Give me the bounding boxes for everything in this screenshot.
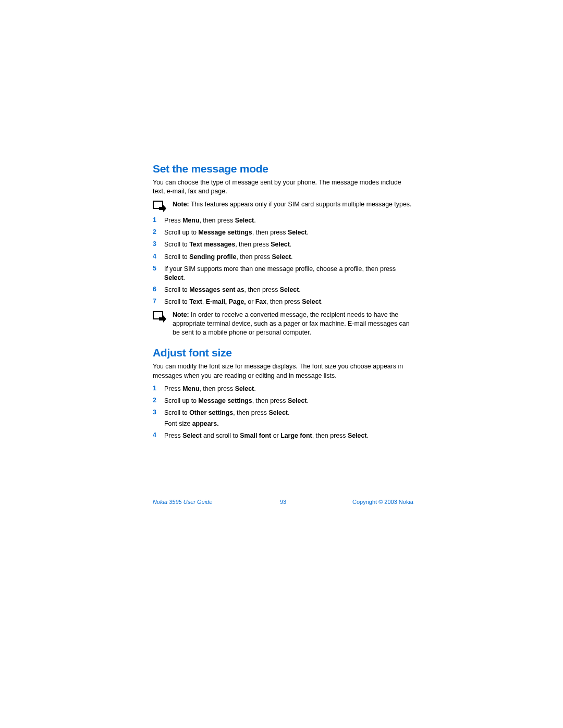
heading-set-message-mode: Set the message mode [153, 163, 413, 175]
step-text: If your SIM supports more than one messa… [164, 265, 413, 282]
page-content: Set the message mode You can choose the … [153, 163, 413, 445]
step-number: 5 [153, 265, 164, 272]
step-subtext: Font size appears. [164, 419, 413, 428]
step-item: 3Scroll to Text messages, then press Sel… [153, 240, 413, 249]
footer-guide-name: Nokia 3595 User Guide [153, 499, 212, 505]
step-number: 3 [153, 409, 164, 416]
step-item: 4Press Select and scroll to Small font o… [153, 431, 413, 440]
step-text: Press Select and scroll to Small font or… [164, 431, 413, 440]
step-number: 4 [153, 431, 164, 439]
note-icon [153, 311, 167, 323]
step-body: Scroll up to Message settings, then pres… [164, 228, 413, 237]
step-item: 2Scroll up to Message settings, then pre… [153, 397, 413, 405]
step-item: 1Press Menu, then press Select. [153, 216, 413, 225]
step-text: Scroll up to Message settings, then pres… [164, 228, 413, 237]
step-text: Scroll to Text, E-mail, Page, or Fax, th… [164, 298, 413, 306]
step-item: 7Scroll to Text, E-mail, Page, or Fax, t… [153, 298, 413, 306]
note-icon [153, 201, 167, 212]
step-body: Press Menu, then press Select. [164, 385, 413, 393]
intro-adjust-font-size: You can modify the font size for message… [153, 362, 413, 380]
step-text: Scroll up to Message settings, then pres… [164, 397, 413, 405]
step-number: 2 [153, 397, 164, 404]
step-text: Scroll to Other settings, then press Sel… [164, 409, 413, 417]
steps-set-message-mode: 1Press Menu, then press Select.2Scroll u… [153, 216, 413, 306]
step-number: 7 [153, 298, 164, 305]
step-number: 3 [153, 240, 164, 248]
step-body: Press Select and scroll to Small font or… [164, 431, 413, 440]
step-text: Press Menu, then press Select. [164, 385, 413, 393]
page-footer: Nokia 3595 User Guide 93 Copyright © 200… [153, 499, 413, 505]
step-number: 4 [153, 253, 164, 260]
step-body: Scroll to Messages sent as, then press S… [164, 286, 413, 294]
step-number: 1 [153, 216, 164, 224]
step-number: 1 [153, 385, 164, 392]
footer-page-number: 93 [280, 499, 286, 505]
step-text: Press Menu, then press Select. [164, 216, 413, 225]
intro-set-message-mode: You can choose the type of message sent … [153, 178, 413, 196]
heading-adjust-font-size: Adjust font size [153, 347, 413, 359]
step-number: 6 [153, 286, 164, 293]
step-text: Scroll to Messages sent as, then press S… [164, 286, 413, 294]
step-body: If your SIM supports more than one messa… [164, 265, 413, 282]
step-body: Scroll to Other settings, then press Sel… [164, 409, 413, 428]
step-item: 5If your SIM supports more than one mess… [153, 265, 413, 282]
step-text: Scroll to Sending profile, then press Se… [164, 253, 413, 262]
step-text: Scroll to Text messages, then press Sele… [164, 240, 413, 249]
step-body: Press Menu, then press Select. [164, 216, 413, 225]
step-item: 1Press Menu, then press Select. [153, 385, 413, 393]
step-body: Scroll to Sending profile, then press Se… [164, 253, 413, 262]
step-item: 6Scroll to Messages sent as, then press … [153, 286, 413, 294]
step-body: Scroll to Text, E-mail, Page, or Fax, th… [164, 298, 413, 306]
step-item: 3Scroll to Other settings, then press Se… [153, 409, 413, 428]
note-text: Note: This features appears only if your… [173, 200, 413, 209]
step-body: Scroll to Text messages, then press Sele… [164, 240, 413, 249]
footer-copyright: Copyright © 2003 Nokia [352, 499, 413, 505]
note-text: Note: In order to receive a converted me… [173, 311, 413, 337]
step-body: Scroll up to Message settings, then pres… [164, 397, 413, 405]
note-sim-support: Note: This features appears only if your… [153, 200, 413, 212]
step-item: 4Scroll to Sending profile, then press S… [153, 253, 413, 262]
step-number: 2 [153, 228, 164, 236]
step-item: 2Scroll up to Message settings, then pre… [153, 228, 413, 237]
steps-adjust-font-size: 1Press Menu, then press Select.2Scroll u… [153, 385, 413, 441]
note-converted-message: Note: In order to receive a converted me… [153, 311, 413, 337]
